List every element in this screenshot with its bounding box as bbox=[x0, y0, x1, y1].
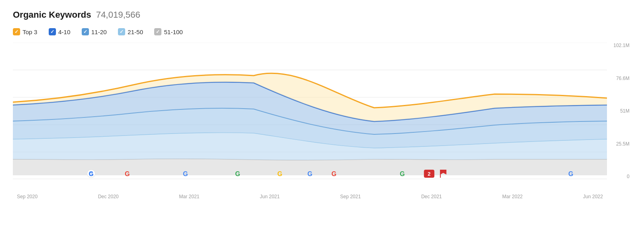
x-label-sep2020: Sep 2020 bbox=[17, 194, 37, 199]
svg-text:2: 2 bbox=[428, 171, 431, 177]
legend-checkbox-top3: ✓ bbox=[13, 28, 20, 35]
legend-item-top3[interactable]: ✓Top 3 bbox=[13, 28, 37, 35]
legend-item-51-100[interactable]: ✓51-100 bbox=[154, 28, 183, 35]
legend-label-top3: Top 3 bbox=[23, 29, 37, 35]
x-label-dec2021: Dec 2021 bbox=[421, 194, 442, 199]
legend-label-51-100: 51-100 bbox=[164, 29, 183, 35]
legend-checkbox-11-20: ✓ bbox=[82, 28, 89, 35]
y-label-4: 25.5M bbox=[616, 141, 630, 147]
legend-item-21-50[interactable]: ✓21-50 bbox=[118, 28, 143, 35]
legend-checkbox-51-100: ✓ bbox=[154, 28, 161, 35]
y-label-2: 76.6M bbox=[616, 76, 630, 81]
legend-checkbox-21-50: ✓ bbox=[118, 28, 125, 35]
legend-label-4-10: 4-10 bbox=[58, 29, 70, 35]
legend: ✓Top 3✓4-10✓11-20✓21-50✓51-100 bbox=[13, 28, 631, 35]
chart-area: 102.1M 76.6M 51M 25.5M 0 G G G G G G G G… bbox=[13, 43, 631, 199]
svg-text:G: G bbox=[400, 170, 405, 177]
svg-marker-19 bbox=[440, 170, 446, 175]
legend-checkbox-4-10: ✓ bbox=[49, 28, 56, 35]
y-label-5: 0 bbox=[627, 174, 630, 179]
y-axis: 102.1M 76.6M 51M 25.5M 0 bbox=[607, 43, 631, 179]
chart-svg bbox=[13, 43, 607, 179]
svg-text:G: G bbox=[277, 170, 282, 177]
svg-text:G: G bbox=[568, 170, 573, 177]
svg-text:G: G bbox=[183, 170, 188, 177]
svg-text:G: G bbox=[332, 170, 336, 177]
legend-item-4-10[interactable]: ✓4-10 bbox=[49, 28, 70, 35]
svg-text:G: G bbox=[235, 170, 240, 177]
legend-label-11-20: 11-20 bbox=[91, 29, 107, 35]
total-count: 74,019,566 bbox=[96, 10, 140, 20]
svg-text:G: G bbox=[308, 170, 312, 177]
google-markers-row: G G G G G G G G G G 2 G bbox=[13, 169, 607, 179]
x-label-sep2021: Sep 2021 bbox=[340, 194, 361, 199]
x-label-mar2022: Mar 2022 bbox=[502, 194, 523, 199]
x-label-jun2022: Jun 2022 bbox=[583, 194, 603, 199]
svg-text:G: G bbox=[89, 170, 93, 177]
x-label-jun2021: Jun 2021 bbox=[260, 194, 280, 199]
header: Organic Keywords 74,019,566 bbox=[13, 10, 631, 20]
x-label-mar2021: Mar 2021 bbox=[179, 194, 200, 199]
svg-text:G: G bbox=[125, 170, 130, 177]
chart-title: Organic Keywords bbox=[13, 10, 91, 20]
x-label-dec2020: Dec 2020 bbox=[98, 194, 118, 199]
legend-item-11-20[interactable]: ✓11-20 bbox=[82, 28, 107, 35]
main-container: Organic Keywords 74,019,566 ✓Top 3✓4-10✓… bbox=[0, 0, 644, 232]
y-label-1: 102.1M bbox=[613, 43, 630, 48]
legend-label-21-50: 21-50 bbox=[128, 29, 143, 35]
y-label-3: 51M bbox=[620, 108, 630, 114]
